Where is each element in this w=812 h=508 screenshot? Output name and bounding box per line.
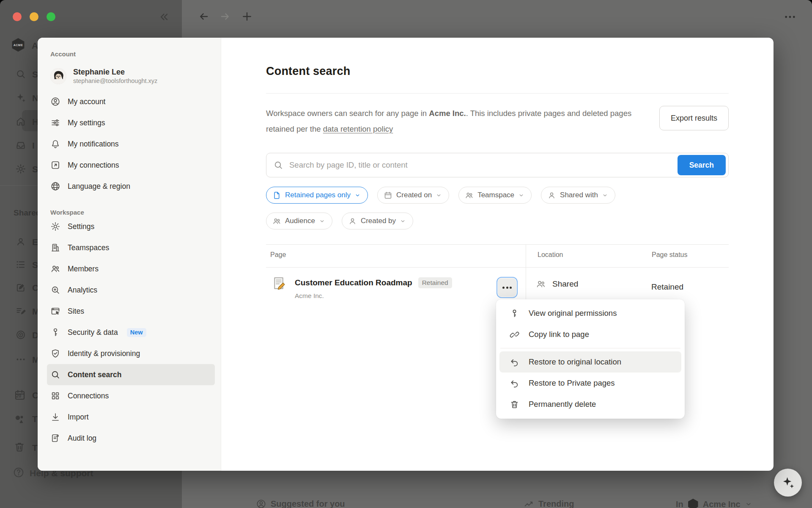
inbox-icon[interactable]: [15, 140, 26, 151]
row-page-title[interactable]: Customer Education Roadmap: [295, 278, 412, 287]
filter-retained-pages-only[interactable]: Retained pages only: [266, 187, 368, 204]
description-text: Workspace owners can search for any page…: [266, 105, 638, 137]
sidebar-item-content-search[interactable]: Content search: [47, 364, 215, 385]
sidebar-item-identity-provisioning[interactable]: Identity & provisioning: [47, 343, 215, 364]
menu-item-restore-to-original-location[interactable]: Restore to original location: [499, 351, 681, 373]
workspace-scope-selector[interactable]: In Acme Inc: [676, 499, 752, 508]
trending-tab[interactable]: Trending: [524, 499, 574, 508]
shield-check-icon: [50, 348, 60, 359]
magnifier-plus-icon: [50, 285, 60, 295]
new-tab-icon[interactable]: [241, 11, 253, 22]
sidebar-item-sites[interactable]: Sites: [47, 301, 215, 322]
page-person-icon[interactable]: [15, 236, 26, 247]
templates-shapes-icon[interactable]: [14, 413, 25, 425]
download-icon: [50, 412, 60, 422]
user-circle-icon: [50, 97, 60, 107]
retained-badge: Retained: [418, 277, 452, 288]
building-icon: [50, 243, 60, 253]
people-icon: [50, 264, 60, 274]
trash-icon[interactable]: [14, 441, 25, 453]
data-retention-policy-link[interactable]: data retention policy: [323, 124, 393, 133]
page-target-icon[interactable]: [15, 329, 26, 340]
window-more-icon[interactable]: [783, 10, 797, 24]
person-icon: [547, 191, 556, 200]
page-title: Content search: [266, 65, 350, 78]
sidebar-item-teamspaces[interactable]: Teamspaces: [47, 237, 215, 258]
filter-created-by[interactable]: Created by: [342, 213, 413, 229]
trash-icon: [510, 400, 519, 409]
page-list-icon[interactable]: [15, 259, 26, 270]
sidebar-item-import[interactable]: Import: [47, 406, 215, 428]
page-compose-icon[interactable]: [15, 282, 26, 293]
home-icon[interactable]: [15, 116, 26, 127]
undo-arrow-icon: [510, 357, 519, 367]
search-icon[interactable]: [15, 69, 26, 80]
nav-forward-icon[interactable]: [219, 11, 231, 22]
undo-arrow-icon: [510, 378, 519, 388]
sidebar-item-my-settings[interactable]: My settings: [47, 112, 215, 133]
sidebar-item-settings[interactable]: S: [32, 164, 38, 174]
calendar-icon[interactable]: 20: [14, 389, 26, 401]
bell-icon: [50, 139, 60, 149]
account-user-row[interactable]: Stephanie Lee stephanie@toolsforthought.…: [50, 67, 215, 85]
sidebar-item-security-data[interactable]: Security & data New: [47, 322, 215, 343]
sidebar-item-search[interactable]: S: [32, 69, 38, 80]
search-input[interactable]: [283, 160, 678, 170]
row-actions-button[interactable]: [498, 278, 516, 297]
sidebar-item-my-connections[interactable]: My connections: [47, 155, 215, 176]
chevron-down-icon: [436, 192, 442, 199]
help-question-icon[interactable]: [13, 467, 25, 478]
sidebar-item-connections[interactable]: Connections: [47, 385, 215, 406]
suggested-for-you-tab[interactable]: Suggested for you: [256, 499, 345, 508]
table-row[interactable]: Customer Education Roadmap Retained: [295, 277, 452, 288]
sidebar-item-settings[interactable]: Settings: [47, 216, 215, 237]
sidebar-item-audit-log[interactable]: Audit log: [47, 428, 215, 449]
grid-icon: [50, 391, 60, 401]
search-bar: Search: [266, 153, 729, 177]
filter-created-on[interactable]: Created on: [377, 187, 449, 204]
search-icon: [273, 160, 283, 170]
people-icon: [465, 191, 474, 200]
sidebar-item-analytics[interactable]: Analytics: [47, 279, 215, 301]
sidebar-item-my-notifications[interactable]: My notifications: [47, 133, 215, 155]
sidebar-item-inbox[interactable]: I: [32, 141, 35, 151]
filter-audience[interactable]: Audience: [266, 213, 332, 229]
chevron-down-icon: [319, 218, 325, 224]
nav-back-icon[interactable]: [198, 11, 210, 22]
sidebar-item-language-region[interactable]: Language & region: [47, 176, 215, 197]
traffic-light-zoom[interactable]: [47, 12, 55, 21]
new-badge: New: [127, 328, 146, 337]
menu-item-view-original-permissions[interactable]: View original permissions: [499, 303, 681, 324]
sidebar-section-shared: Shared: [14, 208, 41, 218]
settings-sidebar: Account Stephanie Lee stephanie@toolsfor…: [38, 38, 221, 471]
filter-row-1: Retained pages only Created on Teamspace…: [266, 187, 615, 204]
sidebar-item-members[interactable]: Members: [47, 258, 215, 279]
sidebar-collapse-icon[interactable]: [158, 11, 170, 23]
sidebar-page-item[interactable]: E: [32, 237, 38, 247]
page-notes-icon[interactable]: [15, 306, 26, 317]
settings-modal: Account Stephanie Lee stephanie@toolsfor…: [38, 38, 774, 471]
workspace-logo[interactable]: ACME: [11, 38, 25, 52]
more-icon[interactable]: [15, 354, 26, 365]
traffic-light-close[interactable]: [13, 12, 22, 21]
menu-item-restore-to-private-pages[interactable]: Restore to Private pages: [499, 373, 681, 394]
search-button[interactable]: Search: [678, 155, 726, 175]
sidebar-item-templates[interactable]: T: [32, 414, 38, 424]
search-icon: [50, 370, 60, 380]
sidebar-item-trash[interactable]: T: [32, 443, 38, 453]
ai-fab-button[interactable]: [774, 469, 802, 497]
browser-cursor-icon: [50, 306, 60, 316]
ai-sparkle-icon[interactable]: [15, 92, 26, 103]
menu-item-permanently-delete[interactable]: Permanently delete: [499, 394, 681, 415]
filter-shared-with[interactable]: Shared with: [541, 187, 615, 204]
export-results-button[interactable]: Export results: [659, 106, 729, 130]
menu-item-copy-link-to-page[interactable]: Copy link to page: [499, 324, 681, 345]
traffic-light-minimize[interactable]: [30, 12, 38, 21]
sidebar-item-my-account[interactable]: My account: [47, 91, 215, 112]
sidebar-page-item[interactable]: S: [32, 260, 38, 270]
user-name: Stephanie Lee: [73, 67, 157, 77]
row-actions-menu: View original permissions Copy link to p…: [496, 299, 685, 419]
gear-icon[interactable]: [15, 163, 26, 174]
calendar-date-number: 20: [16, 393, 21, 398]
filter-teamspace[interactable]: Teamspace: [458, 187, 532, 204]
